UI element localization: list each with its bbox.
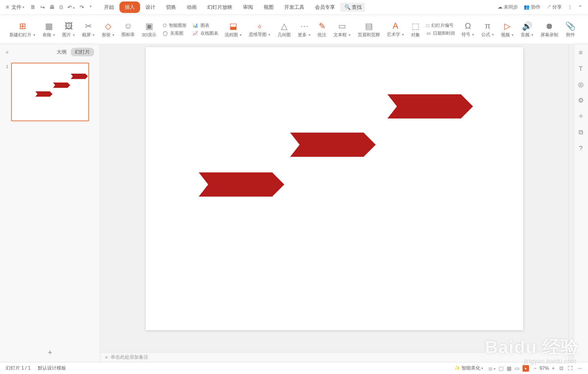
tab-review[interactable]: 审阅 bbox=[238, 1, 258, 13]
zoom-controls: − 97% + bbox=[534, 366, 555, 371]
fullscreen-icon[interactable]: ⛶ bbox=[568, 366, 573, 371]
collapse-ribbon-icon[interactable]: ⌃ bbox=[578, 4, 582, 10]
mindmap-button[interactable]: ⬨思维导图▾ bbox=[245, 18, 274, 41]
new-slide-button[interactable]: ⊞新建幻灯片▾ bbox=[6, 18, 39, 41]
slide-counter: 幻灯片 1 / 1 bbox=[6, 365, 31, 371]
slideshow-view-icon[interactable]: ▸ bbox=[523, 365, 529, 372]
tab-slideshow[interactable]: 幻灯片放映 bbox=[202, 1, 238, 13]
help-icon[interactable]: ? bbox=[579, 144, 582, 152]
sync-status[interactable]: ☁ 未同步 bbox=[498, 4, 518, 10]
undo-icon[interactable]: ↶▾ bbox=[68, 4, 75, 11]
hamburger-icon[interactable]: ≡ bbox=[6, 4, 9, 10]
thumbnail-row: 1 bbox=[0, 60, 100, 124]
video-button[interactable]: ▷视频▾ bbox=[497, 18, 517, 41]
notes-icon: ≡ bbox=[105, 355, 108, 360]
screenshot-button[interactable]: ✂截屏▾ bbox=[78, 18, 98, 41]
collapse-panel-icon[interactable]: « bbox=[6, 50, 9, 55]
date-time-button[interactable]: ▭ 日期和时间 bbox=[426, 31, 455, 36]
settings-icon[interactable]: ⚙ bbox=[578, 97, 584, 104]
fit-window-icon[interactable]: ⊡ bbox=[559, 365, 563, 371]
sorter-view-icon[interactable]: ▦ bbox=[507, 365, 512, 372]
tab-transition[interactable]: 切换 bbox=[161, 1, 181, 13]
file-menu[interactable]: 文件 ▾ bbox=[12, 4, 24, 11]
outline-tab[interactable]: 大纲 bbox=[57, 49, 67, 55]
add-slide-button[interactable]: + bbox=[0, 342, 100, 362]
picture-button[interactable]: 🖼图片▾ bbox=[59, 18, 78, 41]
charts-group: 📊 图表 📈 在线图表 bbox=[190, 18, 221, 41]
shapes-button[interactable]: ◇形状▾ bbox=[98, 18, 118, 41]
save-icon[interactable]: 🗎 bbox=[30, 4, 36, 11]
slides-tab[interactable]: 幻灯片 bbox=[71, 48, 94, 56]
reading-view-icon[interactable]: ▭ bbox=[515, 365, 520, 372]
tab-design[interactable]: 设计 bbox=[140, 1, 161, 13]
print-icon[interactable]: 🖶 bbox=[50, 4, 55, 11]
symbol-button[interactable]: Ω符号▾ bbox=[458, 18, 478, 41]
text-icon[interactable]: T bbox=[579, 65, 583, 73]
quick-access-toolbar: 🗎 ↪ 🖶 ⎙ ↶▾ ↷ ▾ bbox=[30, 4, 92, 11]
collab-button[interactable]: 👥 协作 bbox=[524, 4, 540, 10]
smart-graphic-button[interactable]: ⬡ 智能图形 bbox=[163, 23, 187, 28]
preview-icon[interactable]: ⎙ bbox=[60, 4, 63, 11]
geometry-button[interactable]: △几何图 bbox=[274, 18, 294, 41]
tab-start[interactable]: 开始 bbox=[99, 1, 119, 13]
status-left: 幻灯片 1 / 1 默认设计模板 bbox=[6, 365, 66, 371]
comment-button[interactable]: ✎批注 bbox=[314, 18, 330, 41]
graphics-group: ⬡ 智能图形 ◯ 关系图 bbox=[160, 18, 190, 41]
header-footer-button[interactable]: ▤页眉和页脚 bbox=[354, 18, 383, 41]
tab-animation[interactable]: 动画 bbox=[181, 1, 202, 13]
more-icon[interactable]: ⋮ bbox=[568, 4, 572, 10]
slide-canvas[interactable] bbox=[146, 47, 523, 330]
arrow-shape-1[interactable] bbox=[199, 172, 272, 197]
tab-view[interactable]: 视图 bbox=[258, 1, 279, 13]
qat-more-icon[interactable]: ▾ bbox=[90, 4, 92, 11]
icon-lib-button[interactable]: ☺图标库 bbox=[118, 18, 138, 41]
wordart-button[interactable]: A艺术字▾ bbox=[383, 18, 408, 41]
duplicate-icon[interactable]: ⧉ bbox=[579, 128, 583, 136]
more-status-icon[interactable]: ⋯ bbox=[577, 365, 582, 371]
export-icon[interactable]: ↪ bbox=[40, 4, 45, 11]
arrow-shape-3[interactable] bbox=[387, 94, 461, 118]
magic-icon[interactable]: ✧ bbox=[578, 113, 584, 120]
drag-handle-icon[interactable]: ≡ bbox=[579, 49, 583, 57]
vertical-scrollbar[interactable] bbox=[569, 44, 573, 362]
textbox-button[interactable]: ▭文本框▾ bbox=[330, 18, 354, 41]
screen-record-button[interactable]: ⏺屏幕录制 bbox=[537, 18, 562, 41]
side-header: « 大纲 幻灯片 bbox=[0, 44, 100, 60]
relation-button[interactable]: ◯ 关系图 bbox=[163, 31, 187, 36]
view-mode-icons: ⚌▾ ▢ ▦ ▭ ▸ bbox=[488, 365, 529, 372]
tab-devtools[interactable]: 开发工具 bbox=[279, 1, 310, 13]
settings-view-icon[interactable]: ⚌▾ bbox=[488, 365, 496, 372]
status-bar: 幻灯片 1 / 1 默认设计模板 ✨ 智能美化▾ ⚌▾ ▢ ▦ ▭ ▸ − 97… bbox=[0, 362, 588, 374]
notes-bar[interactable]: ≡ 单击此处添加备注 bbox=[100, 352, 569, 362]
flowchart-button[interactable]: ⬓流程图▾ bbox=[221, 18, 245, 41]
zoom-out-icon[interactable]: − bbox=[534, 366, 536, 371]
tab-insert[interactable]: 插入 bbox=[119, 1, 140, 13]
tab-member[interactable]: 会员专享 bbox=[310, 1, 340, 13]
more-button[interactable]: ⋯更多▾ bbox=[294, 18, 314, 41]
search-box[interactable]: 🔍 查找 bbox=[340, 3, 365, 12]
share-button[interactable]: ↗ 分享 bbox=[546, 4, 562, 10]
idea-icon[interactable]: ◎ bbox=[578, 81, 584, 88]
canvas-area: ≡ 单击此处添加备注 bbox=[100, 44, 569, 362]
slide-panel: « 大纲 幻灯片 1 + bbox=[0, 44, 100, 362]
audio-button[interactable]: 🔊音频▾ bbox=[517, 18, 537, 41]
zoom-in-icon[interactable]: + bbox=[552, 366, 555, 371]
3d-demo-button[interactable]: ▣3D演示 bbox=[138, 18, 160, 41]
thumb-shape bbox=[35, 91, 50, 97]
arrow-shape-2[interactable] bbox=[290, 133, 364, 157]
zoom-value[interactable]: 97% bbox=[540, 366, 549, 371]
slide-number-button[interactable]: □ 幻灯片编号 bbox=[426, 23, 455, 28]
chart-button[interactable]: 📊 图表 bbox=[193, 23, 218, 28]
normal-view-icon[interactable]: ▢ bbox=[499, 365, 504, 372]
template-name: 默认设计模板 bbox=[38, 365, 66, 371]
object-button[interactable]: ⬚对象 bbox=[408, 18, 423, 41]
redo-icon[interactable]: ↷ bbox=[80, 4, 84, 11]
thumb-shape bbox=[71, 74, 86, 79]
equation-button[interactable]: π公式▾ bbox=[478, 18, 497, 41]
online-chart-button[interactable]: 📈 在线图表 bbox=[193, 31, 218, 36]
table-button[interactable]: ▦表格▾ bbox=[39, 18, 59, 41]
attachment-button[interactable]: 📎附件 bbox=[562, 18, 579, 41]
slide-thumbnail-1[interactable] bbox=[11, 63, 89, 121]
beautify-button[interactable]: ✨ 智能美化▾ bbox=[454, 365, 483, 371]
ribbon: ⊞新建幻灯片▾ ▦表格▾ 🖼图片▾ ✂截屏▾ ◇形状▾ ☺图标库 ▣3D演示 ⬡… bbox=[0, 15, 588, 44]
